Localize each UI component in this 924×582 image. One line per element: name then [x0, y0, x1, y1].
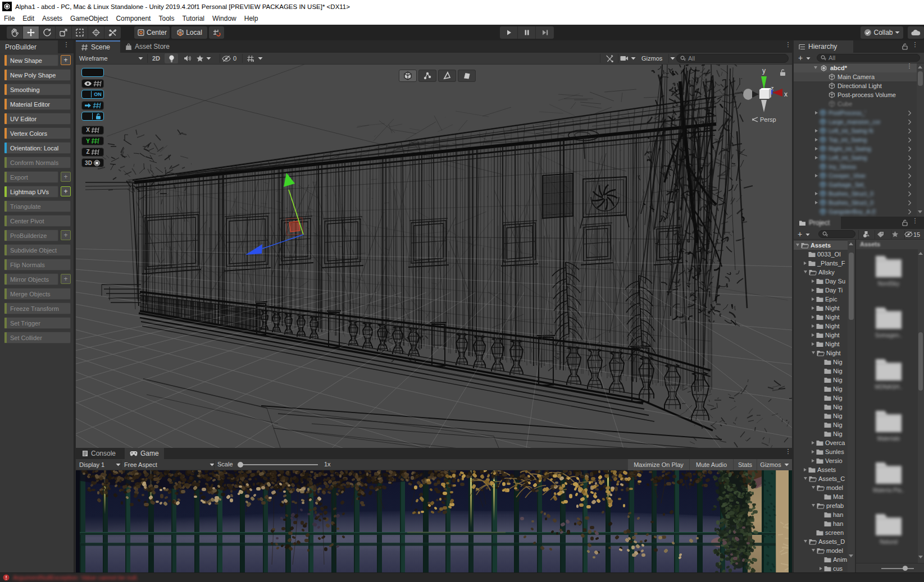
project-grid-item[interactable]: Materials [868, 409, 909, 442]
progrids-snap-size[interactable] [81, 68, 104, 77]
gizmos-button[interactable]: Gizmos [757, 459, 792, 470]
probuilder-lightmap-uvs-plus-button[interactable]: + [61, 186, 71, 196]
folder-expander[interactable] [804, 540, 807, 544]
hierarchy-item[interactable]: Cube [794, 99, 917, 108]
gizmo-lock-icon[interactable] [780, 69, 786, 76]
project-tree-item[interactable]: Nig [794, 420, 848, 429]
item-expander[interactable] [815, 138, 818, 141]
project-grid-item[interactable]: Somagen.. [868, 305, 909, 338]
folder-expander[interactable] [812, 306, 814, 310]
prefab-open-chevron[interactable] [908, 111, 911, 116]
project-tree-item[interactable]: Versio [794, 456, 848, 465]
probuilder-center-pivot[interactable]: Center Pivot [4, 215, 71, 227]
search-by-type-icon[interactable] [862, 231, 870, 238]
face-mode-button[interactable] [458, 70, 476, 82]
hierarchy-scene-row[interactable]: abcd*⋮ [794, 63, 917, 72]
transform-tool[interactable] [88, 26, 104, 39]
hierarchy-add-arrow[interactable] [806, 57, 811, 60]
project-tree-item[interactable]: Nig [794, 429, 848, 438]
scene-camera-dropdown[interactable] [620, 53, 640, 64]
folder-expander[interactable] [812, 459, 814, 462]
pause-button[interactable] [518, 26, 536, 39]
folder-expander[interactable] [812, 297, 814, 301]
folder-expander[interactable] [812, 549, 815, 553]
probuilder-freeze-transform[interactable]: Freeze Transform [4, 303, 71, 314]
hierarchy-item-blurred[interactable]: Left_int_Swing N [794, 126, 917, 135]
probuilder-new-shape-plus-button[interactable]: + [61, 55, 71, 65]
toggle-2d-button[interactable]: 2D [149, 53, 163, 64]
menu-window[interactable]: Window [208, 13, 240, 24]
item-expander[interactable] [815, 192, 818, 195]
pivot-mode-button[interactable]: Center [134, 26, 170, 39]
folder-expander[interactable] [812, 450, 814, 453]
prefab-open-chevron[interactable] [908, 173, 911, 178]
project-tree-item[interactable]: Nig [794, 411, 848, 420]
project-tree-item[interactable]: Assets_D [794, 537, 848, 546]
hierarchy-item[interactable]: Directional Light [794, 81, 917, 90]
progrids-axis-y[interactable]: Y [81, 136, 104, 145]
mute-audio-button[interactable]: Mute Audio [689, 459, 733, 470]
menu-tools[interactable]: Tools [154, 13, 178, 24]
scene-row-menu-icon[interactable]: ⋮ [906, 65, 913, 67]
menu-component[interactable]: Component [112, 13, 154, 24]
hierarchy-search-input[interactable]: All [817, 54, 920, 62]
hierarchy-item-blurred[interactable]: Bushes_Struct_02 [794, 198, 917, 207]
project-grid-item[interactable]: NordSky [868, 254, 909, 287]
prefab-open-chevron[interactable] [908, 138, 911, 143]
scale-tool[interactable] [56, 26, 72, 39]
probuilder-uv-editor[interactable]: UV Editor [4, 113, 71, 125]
tab-probuilder[interactable]: ProBuilder [0, 40, 58, 53]
menu-file[interactable]: File [0, 13, 19, 24]
probuilder-new-shape[interactable]: New Shape [4, 54, 58, 66]
folder-expander[interactable] [812, 324, 814, 328]
scene-effects-dropdown[interactable] [196, 53, 217, 64]
folder-expander[interactable] [812, 333, 814, 337]
project-tree-item[interactable]: Anim [794, 555, 848, 564]
probuilder-vertex-colors[interactable]: Vertex Colors [4, 127, 71, 139]
item-expander[interactable] [815, 147, 818, 150]
folder-expander[interactable] [804, 262, 807, 265]
progrids-axis-z[interactable]: Z [81, 148, 104, 157]
project-tree-scroll-down[interactable] [849, 554, 853, 557]
progrids-axis-x[interactable]: X [81, 126, 104, 135]
project-grid-scrollbar[interactable] [918, 332, 923, 391]
folder-expander[interactable] [812, 279, 814, 283]
rotate-tool[interactable] [39, 26, 56, 39]
progrids-3d-grid[interactable]: 3D [81, 158, 104, 167]
probuilder-probuilderize-plus-button[interactable]: + [61, 230, 71, 240]
probuilder-set-collider[interactable]: Set Collider [4, 332, 71, 343]
hierarchy-item[interactable]: Post-process Volume [794, 90, 917, 99]
hierarchy-item-blurred[interactable]: Creeper_Vines [794, 171, 917, 180]
gizmo-x-label[interactable]: x [784, 90, 788, 98]
vertex-mode-button[interactable] [418, 70, 436, 82]
folder-expander[interactable] [812, 342, 814, 346]
project-tree-item[interactable]: Allsky [794, 268, 848, 277]
scale-slider-knob[interactable] [238, 462, 243, 468]
item-expander[interactable] [815, 111, 818, 114]
project-grid-item[interactable]: MDNASH.. [868, 357, 909, 390]
project-tree-item[interactable]: Epic [794, 295, 848, 304]
project-tree-item[interactable]: Nig [794, 402, 848, 411]
persp-label[interactable]: Persp [752, 116, 776, 123]
rect-tool[interactable] [72, 26, 88, 39]
gizmo-y-label[interactable]: y [762, 67, 766, 75]
hierarchy-menu-icon[interactable]: ⋮ [912, 43, 918, 45]
menu-help[interactable]: Help [240, 13, 262, 24]
hierarchy-item-blurred[interactable]: Large_mansion_comp [794, 117, 917, 126]
menu-gameobject[interactable]: GameObject [66, 13, 112, 24]
progrids-push-to-grid[interactable] [81, 101, 104, 110]
menu-tutorial[interactable]: Tutorial [178, 13, 208, 24]
draw-mode-dropdown[interactable]: Wireframe [78, 53, 145, 64]
probuilder-flip-normals[interactable]: Flip Normals [4, 259, 71, 271]
scene-viewport[interactable]: ONXYZ3D y z x Persp [76, 65, 792, 448]
tab-asset-store[interactable]: Asset Store [120, 40, 179, 53]
project-tree-item[interactable]: _Plants_F [794, 259, 848, 268]
menu-assets[interactable]: Assets [38, 13, 66, 24]
aspect-dropdown[interactable]: Free Aspect [122, 459, 212, 470]
project-tree-item[interactable]: Night [794, 340, 848, 349]
folder-expander[interactable] [804, 271, 807, 275]
project-tree-item[interactable]: cus [794, 564, 848, 572]
scene-visibility-button[interactable]: 0 [222, 53, 241, 64]
item-expander[interactable] [815, 201, 818, 204]
project-grid-scroll-down[interactable] [918, 556, 923, 558]
